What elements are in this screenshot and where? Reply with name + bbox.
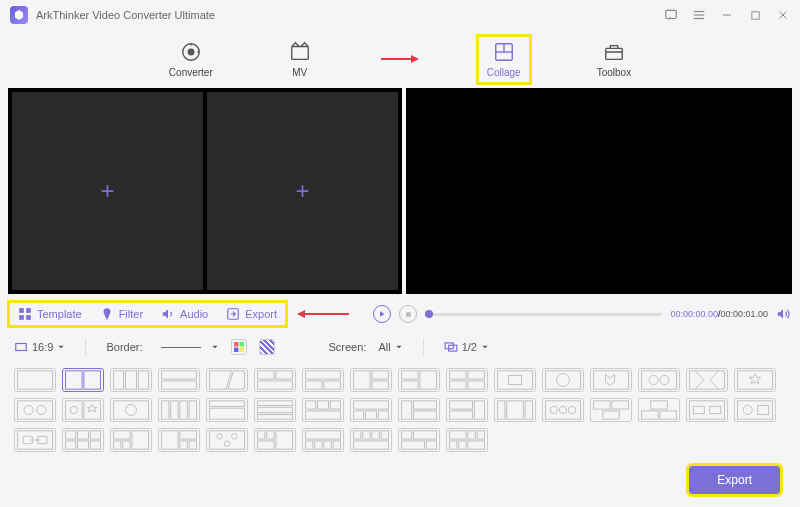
template-item[interactable] [398,428,440,452]
tab-converter[interactable]: Converter [161,37,221,82]
template-item[interactable] [206,398,248,422]
tab-toolbox[interactable]: Toolbox [589,37,639,82]
template-item[interactable] [446,428,488,452]
svg-rect-55 [402,381,419,389]
template-item[interactable] [542,368,584,392]
template-item[interactable] [158,398,200,422]
template-item[interactable] [686,368,728,392]
template-item[interactable] [350,368,392,392]
template-item[interactable] [254,428,296,452]
aspect-ratio-select[interactable]: 16:9 [14,340,65,354]
template-item[interactable] [62,368,104,392]
template-item[interactable] [494,398,536,422]
template-item[interactable] [254,398,296,422]
svg-rect-158 [468,431,475,439]
template-item[interactable] [734,398,776,422]
svg-rect-78 [162,401,169,419]
svg-rect-49 [306,381,323,389]
template-item[interactable] [590,368,632,392]
volume-icon[interactable] [776,307,790,321]
screen-select[interactable]: All [378,341,402,353]
close-button[interactable] [776,8,790,22]
seek-slider[interactable] [425,313,662,316]
svg-rect-141 [276,431,293,449]
svg-rect-58 [468,371,485,379]
subtab-filter[interactable]: Filter [100,307,143,321]
svg-rect-146 [324,441,331,449]
template-item[interactable] [350,398,392,422]
template-item[interactable] [158,368,200,392]
template-item[interactable] [62,398,104,422]
template-item[interactable] [110,428,152,452]
svg-rect-126 [90,441,100,449]
template-item[interactable] [302,368,344,392]
svg-rect-142 [258,441,275,449]
template-item[interactable] [590,398,632,422]
template-item[interactable] [302,428,344,452]
svg-rect-18 [26,308,31,313]
svg-point-118 [743,405,752,414]
play-button[interactable] [373,305,391,323]
template-item[interactable] [254,368,296,392]
svg-rect-66 [642,371,677,389]
svg-rect-91 [354,401,389,409]
border-style-select[interactable] [155,343,219,351]
export-button[interactable]: Export [689,466,780,494]
svg-marker-33 [396,346,401,349]
template-item[interactable] [638,368,680,392]
template-item[interactable] [686,398,728,422]
stop-button[interactable] [399,305,417,323]
svg-rect-99 [450,411,473,419]
preview-left [406,88,598,294]
template-item[interactable] [158,428,200,452]
template-item[interactable] [398,398,440,422]
template-item[interactable] [302,398,344,422]
border-pattern-button[interactable] [259,339,275,355]
subtab-export[interactable]: Export [226,307,277,321]
page-select[interactable]: 1/2 [444,340,489,354]
svg-rect-86 [258,415,293,420]
menu-icon[interactable] [692,8,706,22]
template-item[interactable] [446,398,488,422]
template-item[interactable] [350,428,392,452]
svg-rect-152 [354,441,389,449]
template-icon [18,307,32,321]
template-item[interactable] [446,368,488,392]
template-item[interactable] [206,368,248,392]
svg-point-75 [70,406,77,413]
template-item[interactable] [14,428,56,452]
chat-icon[interactable] [664,8,678,22]
template-item[interactable] [206,428,248,452]
template-item[interactable] [494,368,536,392]
template-item[interactable] [62,428,104,452]
template-item[interactable] [638,398,680,422]
template-item[interactable] [14,368,56,392]
collage-icon [493,41,515,63]
collage-slot-2[interactable]: + [207,92,398,290]
svg-rect-46 [276,371,293,379]
svg-rect-80 [180,401,187,419]
template-item[interactable] [734,368,776,392]
export-icon [226,307,240,321]
chevron-down-icon [57,343,65,351]
tab-mv[interactable]: MV [281,37,319,82]
template-item[interactable] [110,398,152,422]
subtabs: Template Filter Audio Export [10,303,285,325]
svg-rect-151 [381,431,388,439]
template-item[interactable] [14,398,56,422]
template-item[interactable] [398,368,440,392]
template-item[interactable] [110,368,152,392]
subtab-audio[interactable]: Audio [161,307,208,321]
seek-handle[interactable] [425,310,433,318]
svg-rect-124 [66,441,76,449]
collage-slot-1[interactable]: + [12,92,203,290]
maximize-button[interactable] [748,8,762,22]
minimize-button[interactable] [720,8,734,22]
svg-point-105 [550,406,557,413]
app-title: ArkThinker Video Converter Ultimate [36,9,656,21]
subtab-template[interactable]: Template [18,307,82,321]
template-item[interactable] [542,398,584,422]
tab-collage[interactable]: Collage [479,37,529,82]
border-color-picker[interactable] [231,339,247,355]
svg-rect-90 [306,411,341,419]
